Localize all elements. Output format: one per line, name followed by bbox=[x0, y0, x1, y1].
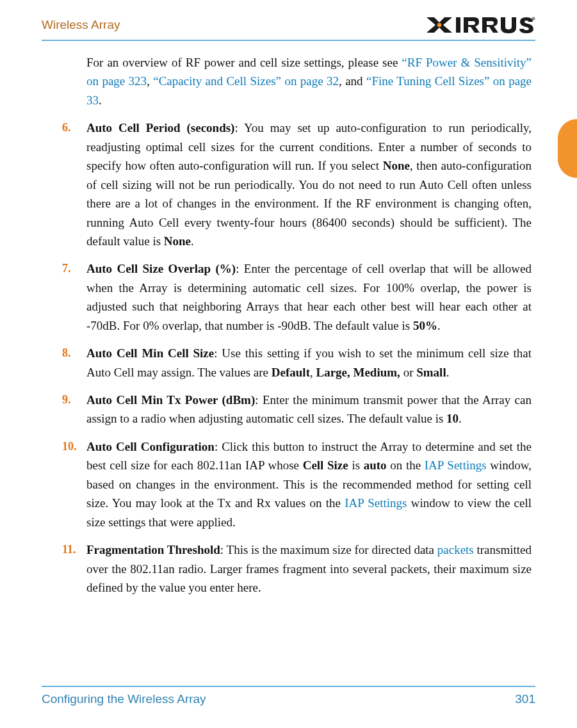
text: on the bbox=[387, 458, 425, 472]
link-packets[interactable]: packets bbox=[437, 543, 474, 556]
step-title: Auto Cell Min Cell Size bbox=[86, 346, 214, 360]
intro-paragraph: For an overview of RF power and cell siz… bbox=[86, 53, 532, 109]
header-divider bbox=[42, 40, 535, 41]
step-text: Auto Cell Size Overlap (%): Enter the pe… bbox=[86, 259, 535, 335]
bold-text: None bbox=[164, 234, 191, 248]
link-iap-settings[interactable]: IAP Settings bbox=[425, 458, 487, 472]
list-item: 7. Auto Cell Size Overlap (%): Enter the… bbox=[42, 259, 535, 335]
list-item: 11. Fragmentation Threshold: This is the… bbox=[42, 540, 535, 597]
brand-logo: R bbox=[425, 15, 535, 35]
footer-divider bbox=[42, 686, 535, 687]
list-item: 10. Auto Cell Configuration: Click this … bbox=[42, 437, 535, 531]
step-text: Auto Cell Configuration: Click this butt… bbox=[86, 437, 535, 531]
bold-text: auto bbox=[364, 458, 387, 472]
bold-text: 10 bbox=[446, 412, 459, 425]
step-number: 8. bbox=[62, 344, 86, 382]
header: Wireless Array R bbox=[42, 13, 535, 37]
text: . bbox=[459, 412, 462, 425]
bold-text: Large, Medium, bbox=[316, 366, 400, 379]
step-number: 10. bbox=[62, 437, 86, 531]
list-item: 9. Auto Cell Min Tx Power (dBm): Enter t… bbox=[42, 391, 535, 428]
step-text: Auto Cell Min Tx Power (dBm): Enter the … bbox=[86, 391, 535, 428]
page-number: 301 bbox=[515, 692, 535, 706]
link-capacity[interactable]: “Capacity and Cell Sizes” on page 32 bbox=[153, 74, 339, 88]
bold-text: 50% bbox=[413, 319, 437, 332]
page: Wireless Array R For an overview o bbox=[0, 0, 577, 728]
bold-text: Small bbox=[416, 366, 446, 379]
step-title: Auto Cell Configuration bbox=[86, 440, 215, 453]
text: . bbox=[437, 319, 441, 332]
step-number: 6. bbox=[62, 118, 86, 250]
step-number: 9. bbox=[62, 391, 86, 428]
header-title: Wireless Array bbox=[42, 18, 120, 32]
step-title: Fragmentation Threshold bbox=[86, 543, 220, 556]
link-iap-settings[interactable]: IAP Settings bbox=[345, 496, 407, 510]
bold-text: None bbox=[383, 159, 410, 172]
text: , and bbox=[339, 74, 366, 88]
step-number: 7. bbox=[62, 259, 86, 335]
step-title: Auto Cell Size Overlap (%) bbox=[86, 262, 236, 275]
step-text: Fragmentation Threshold: This is the max… bbox=[86, 540, 535, 597]
text: . bbox=[99, 93, 102, 107]
footer-section-title: Configuring the Wireless Array bbox=[42, 692, 206, 706]
bold-text: Cell Size bbox=[303, 458, 348, 472]
svg-rect-2 bbox=[456, 17, 460, 33]
text: . bbox=[191, 234, 194, 248]
bold-text: Default bbox=[272, 366, 310, 379]
step-title: Auto Cell Period (seconds) bbox=[86, 121, 234, 134]
step-text: Auto Cell Period (seconds): You may set … bbox=[86, 118, 535, 250]
list-item: 6. Auto Cell Period (seconds): You may s… bbox=[42, 118, 535, 250]
text: For an overview of RF power and cell siz… bbox=[86, 56, 402, 69]
svg-point-1 bbox=[437, 23, 441, 27]
text: . bbox=[446, 366, 450, 379]
text: : This is the maximum size for directed … bbox=[220, 543, 437, 556]
footer: Configuring the Wireless Array 301 bbox=[42, 686, 535, 706]
text: or bbox=[400, 366, 416, 379]
body-content: For an overview of RF power and cell siz… bbox=[42, 53, 535, 597]
side-tab-icon bbox=[558, 119, 577, 178]
text: is bbox=[348, 458, 364, 472]
step-text: Auto Cell Min Cell Size: Use this settin… bbox=[86, 344, 535, 382]
step-title: Auto Cell Min Tx Power (dBm) bbox=[86, 393, 255, 407]
step-number: 11. bbox=[62, 540, 86, 597]
list-item: 8. Auto Cell Min Cell Size: Use this set… bbox=[42, 344, 535, 382]
text: , bbox=[147, 74, 153, 88]
